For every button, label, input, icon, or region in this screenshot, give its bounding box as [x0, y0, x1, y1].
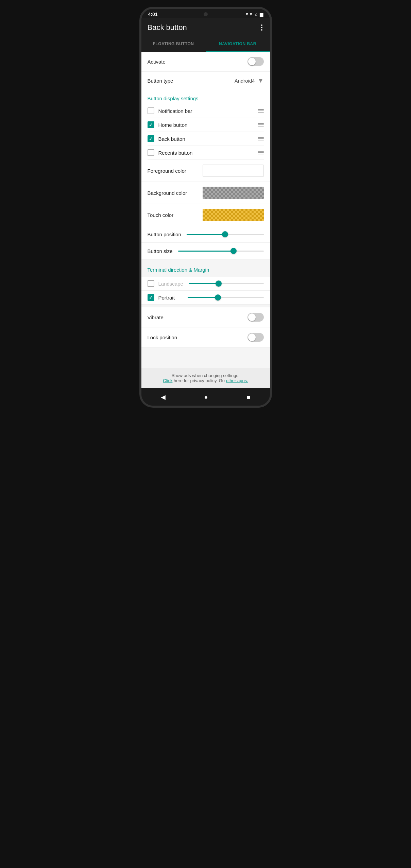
background-color-label: Background color — [148, 190, 187, 196]
home-button-reorder[interactable] — [258, 123, 264, 126]
recents-button-row: Recents button — [148, 146, 264, 160]
button-type-row: Button type Android4 ▼ — [141, 72, 270, 90]
button-type-dropdown[interactable]: Android4 ▼ — [235, 77, 264, 84]
footer-ad-links: Click here for privacy policy. Go other … — [148, 378, 264, 383]
button-size-fill — [178, 251, 234, 252]
system-back-button[interactable]: ◀ — [157, 392, 170, 402]
background-color-row: Background color — [141, 182, 270, 204]
notification-bar-left: Notification bar — [148, 107, 192, 114]
touch-color-picker[interactable] — [203, 209, 264, 221]
back-button-row: Back button — [148, 132, 264, 146]
button-position-fill — [187, 234, 225, 235]
privacy-policy-link[interactable]: Click — [163, 378, 172, 383]
tabs-bar: FLOATING BUTTON NAVIGATION BAR — [141, 37, 270, 52]
tab-navigation-bar[interactable]: NAVIGATION BAR — [206, 37, 270, 52]
recents-button-left: Recents button — [148, 149, 193, 156]
touch-color-label: Touch color — [148, 212, 174, 218]
footer-ad-text: Show ads when changing settings. — [148, 373, 264, 378]
button-position-row: Button position — [141, 226, 270, 243]
vibrate-toggle[interactable] — [247, 313, 264, 322]
wifi-icon: ▼▼ — [245, 12, 253, 17]
background-color-picker[interactable] — [203, 187, 264, 199]
dot — [261, 24, 262, 26]
button-display-section-header: Button display settings — [141, 90, 270, 104]
recents-button-checkbox[interactable] — [148, 149, 154, 156]
system-nav-bar: ◀ ● ■ — [141, 388, 270, 406]
activate-label: Activate — [148, 59, 166, 65]
status-icons: ▼▼ ⌂ ▆ — [245, 12, 263, 17]
button-size-slider[interactable] — [178, 248, 264, 254]
status-bar: 4:01 ▼▼ ⌂ ▆ — [141, 9, 270, 18]
foreground-color-picker[interactable] — [203, 165, 264, 177]
button-position-label: Button position — [148, 232, 181, 237]
vibrate-label: Vibrate — [148, 314, 164, 320]
landscape-slider[interactable] — [189, 280, 264, 287]
recents-button-label: Recents button — [158, 150, 193, 156]
page-title: Back button — [148, 23, 187, 32]
home-button-left: Home button — [148, 121, 188, 128]
foreground-color-label: Foreground color — [148, 168, 186, 174]
home-button-checkbox[interactable] — [148, 121, 154, 128]
terminal-section-title: Terminal direction & Margin — [148, 267, 264, 273]
status-time: 4:01 — [148, 12, 158, 17]
activate-toggle[interactable] — [247, 57, 264, 66]
recents-button-reorder[interactable] — [258, 151, 264, 154]
button-position-thumb[interactable] — [222, 231, 228, 237]
vibrate-row: Vibrate — [141, 307, 270, 327]
toggle-knob — [248, 58, 256, 65]
dropdown-arrow-icon: ▼ — [258, 77, 264, 84]
lock-position-toggle-knob — [248, 334, 256, 341]
button-position-slider[interactable] — [187, 231, 264, 238]
landscape-row: Landscape — [141, 277, 270, 291]
dot — [261, 27, 262, 28]
lock-position-row: Lock position — [141, 327, 270, 347]
landscape-label: Landscape — [158, 281, 183, 287]
phone-frame: 4:01 ▼▼ ⌂ ▆ Back button FLOATING BUTTON … — [139, 7, 272, 408]
more-options-button[interactable] — [260, 23, 264, 32]
system-home-button[interactable]: ● — [200, 392, 212, 402]
button-size-row: Button size — [141, 243, 270, 259]
home-button-row: Home button — [148, 118, 264, 132]
content-area: Activate Button type Android4 ▼ Button d… — [141, 52, 270, 388]
terminal-section: Terminal direction & Margin — [141, 262, 270, 277]
notification-bar-checkbox[interactable] — [148, 107, 154, 114]
notification-bar-label: Notification bar — [158, 108, 192, 114]
foreground-color-row: Foreground color — [141, 160, 270, 182]
battery-icon: ▆ — [260, 12, 263, 17]
notification-bar-reorder[interactable] — [258, 109, 264, 113]
portrait-slider[interactable] — [188, 294, 264, 301]
landscape-checkbox[interactable] — [148, 280, 154, 287]
portrait-label: Portrait — [158, 295, 182, 301]
tab-floating-button[interactable]: FLOATING BUTTON — [141, 37, 206, 52]
footer-ad: Show ads when changing settings. Click h… — [141, 368, 270, 388]
home-button-label: Home button — [158, 122, 188, 128]
other-apps-link[interactable]: other apps. — [226, 378, 248, 383]
vibrate-toggle-knob — [248, 313, 256, 321]
portrait-checkbox[interactable] — [148, 294, 154, 301]
footer-link-middle: here for privacy policy. Go — [174, 378, 226, 383]
portrait-fill — [188, 297, 218, 298]
back-button-reorder[interactable] — [258, 137, 264, 140]
back-button-checkbox[interactable] — [148, 135, 154, 142]
portrait-row: Portrait — [141, 291, 270, 305]
button-display-section: Notification bar Home button — [141, 104, 270, 160]
landscape-thumb[interactable] — [216, 280, 222, 287]
portrait-thumb[interactable] — [215, 294, 221, 301]
activate-row: Activate — [141, 52, 270, 72]
back-button-label: Back button — [158, 136, 185, 142]
notification-bar-row: Notification bar — [148, 104, 264, 118]
button-type-label: Button type — [148, 78, 173, 84]
system-recents-button[interactable]: ■ — [243, 392, 255, 402]
landscape-fill — [189, 283, 219, 284]
spacer — [141, 259, 270, 262]
empty-space — [141, 347, 270, 368]
back-button-left: Back button — [148, 135, 185, 142]
dot — [261, 29, 262, 31]
lock-position-toggle[interactable] — [247, 333, 264, 342]
button-type-value: Android4 — [235, 78, 255, 84]
button-size-label: Button size — [148, 248, 173, 254]
button-size-thumb[interactable] — [230, 248, 237, 254]
bottom-settings: Vibrate Lock position — [141, 307, 270, 347]
camera-notch — [204, 12, 208, 16]
lock-position-label: Lock position — [148, 335, 177, 340]
